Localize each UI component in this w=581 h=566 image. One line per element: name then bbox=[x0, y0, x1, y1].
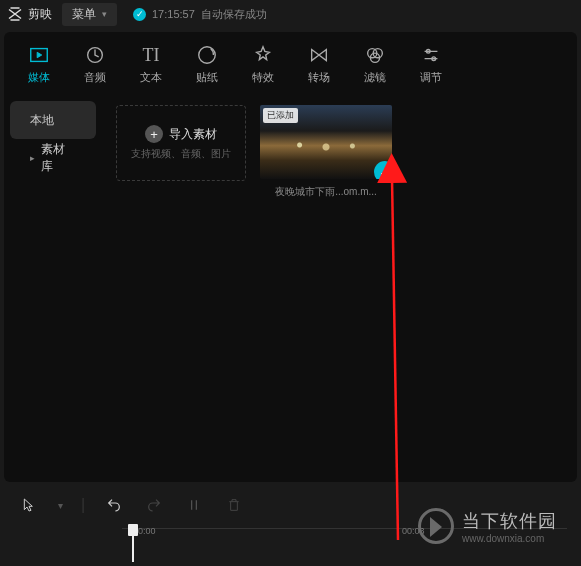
media-tag: 已添加 bbox=[263, 108, 298, 123]
transition-icon bbox=[308, 44, 330, 66]
media-caption: 夜晚城市下雨...om.m... bbox=[260, 185, 392, 199]
tab-audio[interactable]: 音频 bbox=[84, 44, 106, 85]
titlebar: 剪映 菜单 ▾ ✓ 17:15:57 自动保存成功 bbox=[0, 0, 581, 28]
media-sidebar: 本地 ▸ 素材库 bbox=[4, 91, 102, 482]
autosave-time: 17:15:57 bbox=[152, 8, 195, 20]
app-logo-icon bbox=[6, 5, 24, 23]
audio-icon bbox=[84, 44, 106, 66]
svg-marker-1 bbox=[37, 52, 42, 58]
time-label: 0:00 bbox=[138, 526, 156, 536]
tab-text[interactable]: TI 文本 bbox=[140, 44, 162, 85]
redo-button[interactable] bbox=[143, 494, 165, 516]
chevron-right-icon: ▸ bbox=[30, 153, 35, 163]
split-button[interactable] bbox=[183, 494, 205, 516]
import-media-card[interactable]: + 导入素材 支持视频、音频、图片 bbox=[116, 105, 246, 181]
pointer-tool[interactable] bbox=[18, 494, 40, 516]
add-to-timeline-button[interactable]: + bbox=[374, 161, 392, 179]
sidebar-item-library[interactable]: ▸ 素材库 bbox=[4, 139, 102, 177]
text-icon: TI bbox=[140, 44, 162, 66]
tab-label: 特效 bbox=[252, 70, 274, 85]
svg-point-3 bbox=[199, 47, 216, 64]
sidebar-item-label: 素材库 bbox=[41, 141, 76, 175]
media-thumbnail[interactable]: 已添加 + bbox=[260, 105, 392, 179]
menu-dropdown[interactable]: 菜单 ▾ bbox=[62, 3, 117, 26]
filter-icon bbox=[364, 44, 386, 66]
sticker-icon bbox=[196, 44, 218, 66]
tab-label: 贴纸 bbox=[196, 70, 218, 85]
autosave-text: 自动保存成功 bbox=[201, 7, 267, 22]
top-toolbar: 媒体 音频 TI 文本 贴纸 特效 转场 滤镜 调节 bbox=[4, 32, 577, 91]
tab-effects[interactable]: 特效 bbox=[252, 44, 274, 85]
chevron-down-icon[interactable]: ▾ bbox=[58, 500, 63, 511]
watermark-logo-icon bbox=[418, 508, 454, 544]
tab-label: 滤镜 bbox=[364, 70, 386, 85]
tab-adjust[interactable]: 调节 bbox=[420, 44, 442, 85]
menu-label: 菜单 bbox=[72, 6, 96, 23]
watermark-title: 当下软件园 bbox=[462, 509, 557, 533]
tab-sticker[interactable]: 贴纸 bbox=[196, 44, 218, 85]
watermark-url: www.downxia.com bbox=[462, 533, 557, 544]
media-icon bbox=[28, 44, 50, 66]
delete-button[interactable] bbox=[223, 494, 245, 516]
media-item[interactable]: 已添加 + 夜晚城市下雨...om.m... bbox=[260, 105, 392, 199]
tab-media[interactable]: 媒体 bbox=[28, 44, 50, 85]
tab-label: 转场 bbox=[308, 70, 330, 85]
media-grid: + 导入素材 支持视频、音频、图片 已添加 + 夜晚城市下雨...om.m... bbox=[102, 91, 577, 482]
import-hint: 支持视频、音频、图片 bbox=[131, 147, 231, 161]
tab-label: 音频 bbox=[84, 70, 106, 85]
watermark: 当下软件园 www.downxia.com bbox=[418, 508, 557, 544]
import-label: 导入素材 bbox=[169, 126, 217, 143]
chevron-down-icon: ▾ bbox=[102, 9, 107, 19]
plus-icon: + bbox=[145, 125, 163, 143]
autosave-status: ✓ 17:15:57 自动保存成功 bbox=[133, 7, 267, 22]
sidebar-item-label: 本地 bbox=[30, 112, 54, 129]
tab-transition[interactable]: 转场 bbox=[308, 44, 330, 85]
effects-icon bbox=[252, 44, 274, 66]
adjust-icon bbox=[420, 44, 442, 66]
tab-label: 调节 bbox=[420, 70, 442, 85]
sidebar-item-local[interactable]: 本地 bbox=[10, 101, 96, 139]
main-panel: 媒体 音频 TI 文本 贴纸 特效 转场 滤镜 调节 bbox=[4, 32, 577, 482]
tab-label: 媒体 bbox=[28, 70, 50, 85]
app-logo-group[interactable]: 剪映 bbox=[6, 5, 52, 23]
undo-button[interactable] bbox=[103, 494, 125, 516]
check-icon: ✓ bbox=[133, 8, 146, 21]
content-row: 本地 ▸ 素材库 + 导入素材 支持视频、音频、图片 已添加 + 夜晚城市下雨. bbox=[4, 91, 577, 482]
playhead[interactable] bbox=[128, 524, 138, 562]
tab-filter[interactable]: 滤镜 bbox=[364, 44, 386, 85]
app-name: 剪映 bbox=[28, 6, 52, 23]
tab-label: 文本 bbox=[140, 70, 162, 85]
